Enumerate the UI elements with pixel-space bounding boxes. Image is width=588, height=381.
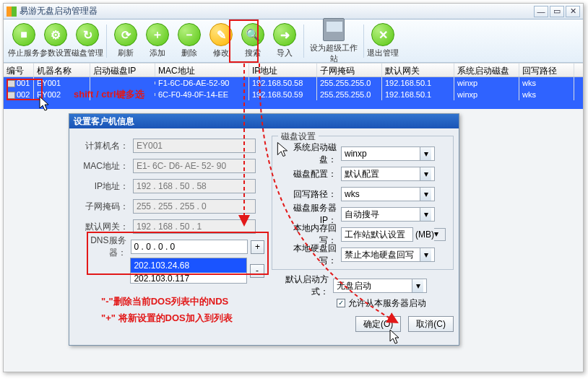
chevron-down-icon: ▾ <box>420 208 431 221</box>
dns-list-item[interactable]: 202.103.0.117 <box>131 273 246 284</box>
dns-list[interactable]: 202.103.24.68 202.103.0.117 <box>130 258 247 284</box>
chevron-down-icon: ▾ <box>420 167 431 180</box>
col-ip[interactable]: IP地址 <box>249 64 317 76</box>
left-pane: 计算机名：EY001 MAC地址：E1- 6C- D6- AE- 52- 90 … <box>77 136 264 341</box>
exit-button[interactable]: ✕退出管理 <box>367 23 399 58</box>
dialog-title: 设置客户机信息 <box>69 114 459 128</box>
chevron-down-icon: ▾ <box>412 279 423 292</box>
chevron-down-icon: ▾ <box>434 228 446 241</box>
server-icon <box>323 18 345 41</box>
ip-field: 192 . 168 . 50 . 58 <box>133 179 256 193</box>
pc-icon <box>7 92 15 99</box>
mask-field: 255 . 255 . 255 . 0 <box>133 199 256 214</box>
col-bootip[interactable]: 启动磁盘IP <box>90 64 155 76</box>
allow-boot-label: 允许从本服务器启动 <box>348 297 426 310</box>
gw-label: 默认网关： <box>77 221 133 233</box>
boot-disk-select[interactable]: winxp▾ <box>341 146 435 161</box>
maximize-button[interactable]: ▭ <box>550 6 564 17</box>
mask-label: 子网掩码： <box>77 201 133 213</box>
dns-add-button[interactable]: + <box>251 240 264 254</box>
chevron-down-icon: ▾ <box>420 248 431 261</box>
col-id[interactable]: 编号 <box>4 64 34 76</box>
disk-config-select[interactable]: 默认配置▾ <box>341 167 435 181</box>
import-button[interactable]: ➜导入 <box>269 23 301 58</box>
separator <box>106 25 107 58</box>
stop-service-button[interactable]: ■停止服务 <box>8 23 40 58</box>
client-info-dialog: 设置客户机信息 计算机名：EY001 MAC地址：E1- 6C- D6- AE-… <box>69 113 459 346</box>
mac-label: MAC地址： <box>77 160 133 172</box>
boot-mode-label: 默认启动方式： <box>272 273 333 298</box>
delete-button[interactable]: －删除 <box>173 23 205 58</box>
ok-button[interactable]: 确定(O) <box>355 316 401 332</box>
col-name[interactable]: 机器名称 <box>34 64 90 76</box>
pc-icon <box>7 80 15 87</box>
group-caption: 磁盘设置 <box>278 131 319 143</box>
grid-spacer <box>4 100 583 109</box>
separator <box>363 25 364 58</box>
disk-manage-button[interactable]: ↻磁盘管理 <box>72 23 103 58</box>
wpath-select[interactable]: wks▾ <box>341 187 435 201</box>
col-wp[interactable]: 回写路径 <box>519 64 574 76</box>
chevron-down-icon: ▾ <box>420 147 431 160</box>
dns-label: DNS服务器： <box>77 235 131 259</box>
right-pane: 磁盘设置 系统启动磁盘：winxp▾ 磁盘配置：默认配置▾ 回写路径：wks▾ … <box>272 136 454 341</box>
pcname-field: EY001 <box>133 139 256 153</box>
params-button[interactable]: ⚙参数设置 <box>40 23 72 58</box>
col-mac[interactable]: MAC地址 <box>155 64 249 76</box>
client-grid: 编号 机器名称 启动磁盘IP MAC地址 IP地址 子网掩码 默认网关 系统启动… <box>4 63 583 109</box>
separator <box>303 25 304 58</box>
close-button[interactable]: ✕ <box>566 6 580 17</box>
refresh-button[interactable]: ⟳刷新 <box>110 23 142 58</box>
toolbar: ■停止服务 ⚙参数设置 ↻磁盘管理 ⟳刷新 ＋添加 －删除 ✎修改 🔍搜索 ➜导… <box>4 19 583 63</box>
pcname-label: 计算机名： <box>77 140 133 152</box>
ip-label: IP地址： <box>77 180 133 193</box>
dns-list-item[interactable]: 202.103.24.68 <box>131 258 246 273</box>
disk-settings-group: 磁盘设置 系统启动磁盘：winxp▾ 磁盘配置：默认配置▾ 回写路径：wks▾ … <box>272 136 454 270</box>
title-bar: 易游无盘启动管理器 — ▭ ✕ <box>4 4 583 19</box>
col-boot[interactable]: 系统启动磁盘 <box>454 64 519 76</box>
mac-field: E1- 6C- D6- AE- 52- 90 <box>133 159 256 173</box>
set-super-ws-button[interactable]: 设为超级工作站 <box>307 18 360 64</box>
dns-remove-button[interactable]: - <box>250 264 264 278</box>
search-button[interactable]: 🔍搜索 <box>237 23 269 58</box>
cancel-button[interactable]: 取消(C) <box>408 316 454 332</box>
col-gw[interactable]: 默认网关 <box>382 64 454 76</box>
window-title: 易游无盘启动管理器 <box>20 5 98 17</box>
table-row[interactable]: 002 EY002 6C-F0-49-0F-14-EE 192.168.50.5… <box>4 89 583 100</box>
dns-input[interactable]: 0 . 0 . 0 . 0 <box>131 240 248 254</box>
edit-button[interactable]: ✎修改 <box>205 23 237 58</box>
disk-server-select[interactable]: 自动搜寻▾ <box>341 207 435 222</box>
add-button[interactable]: ＋添加 <box>142 23 173 58</box>
mem-write-select[interactable]: 工作站默认设置 <box>341 227 413 242</box>
grid-header: 编号 机器名称 启动磁盘IP MAC地址 IP地址 子网掩码 默认网关 系统启动… <box>4 63 583 77</box>
boot-mode-select[interactable]: 无盘启动▾ <box>333 279 427 293</box>
gw-field: 192 . 168 . 50 . 1 <box>133 219 256 234</box>
allow-boot-checkbox[interactable]: ✓ <box>337 299 345 307</box>
app-icon <box>7 6 17 17</box>
chevron-down-icon: ▾ <box>420 188 431 201</box>
minimize-button[interactable]: — <box>534 6 548 17</box>
svg-rect-1 <box>12 6 17 17</box>
hdd-write-select[interactable]: 禁止本地硬盘回写▾ <box>341 248 435 262</box>
svg-rect-0 <box>7 6 12 17</box>
col-mask[interactable]: 子网掩码 <box>317 64 382 76</box>
table-row[interactable]: 001 EY001 F1-6C-D6-AE-52-90 192.168.50.5… <box>4 77 583 89</box>
